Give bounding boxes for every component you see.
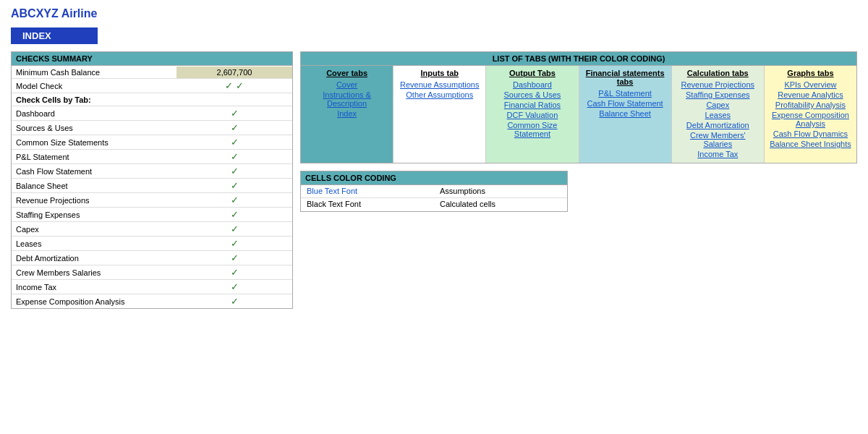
checks-row: P&L Statement✓ [12,150,292,164]
checks-row-checkmark: ✓ [176,193,292,207]
tab-col-output: Output TabsDashboardSources & UsesFinanc… [486,66,579,163]
tab-link[interactable]: Financial Ratios [490,101,574,109]
checks-row: Income Tax✓ [12,280,292,294]
checks-row-checkmark: ✓ [176,179,292,192]
checks-row-value: 2,607,700 [176,67,292,78]
checks-row-checkmark: ✓ [176,208,292,221]
right-panel: LIST OF TABS (WITH THEIR COLOR CODING) C… [300,51,857,212]
tab-col-header-calculation: Calculation tabs [676,69,760,77]
checks-row-label: Common Size Statements [12,137,176,148]
tab-link[interactable]: Debt Amortization [676,121,760,129]
checks-row: Balance Sheet✓ [12,179,292,193]
color-coding-font-label: Black Text Font [301,198,434,211]
checks-row-label: Staffing Expenses [12,209,176,221]
checks-row-label: Dashboard [12,108,176,119]
checks-row-label: Sources & Uses [12,122,176,134]
checks-row-checkmark: ✓ [176,251,292,265]
checks-row: Cash Flow Statement✓ [12,164,292,179]
color-coding-font-type: Calculated cells [434,198,567,211]
tab-col-header-inputs: Inputs tab [398,69,481,77]
checks-row-label: Balance Sheet [12,180,176,192]
tab-link[interactable]: Profitability Analysis [769,101,852,109]
color-coding-font-type: Assumptions [434,185,567,197]
checks-row: Leases✓ [12,237,292,251]
checks-row: Expense Composition Analysis✓ [12,294,292,308]
checks-row: Check Cells by Tab: [12,93,292,106]
tab-col-header-financial: Financial statements tabs [584,69,667,86]
tab-link[interactable]: Revenue Assumptions [398,80,481,89]
checks-row-checkmark: ✓ [176,265,292,279]
tab-link[interactable]: Balance Sheet Insights [769,140,852,148]
tab-link[interactable]: KPIs Overview [769,80,852,89]
tab-link[interactable]: Income Tax [676,150,760,158]
tabs-columns: Cover tabsCoverInstructions & Descriptio… [301,66,856,163]
tab-link[interactable]: Index [305,109,388,118]
checks-row-label: Capex [12,224,176,235]
checks-row: Debt Amortization✓ [12,251,292,265]
checks-row-checkmark: ✓ [176,121,292,135]
color-coding-container: CELLS COLOR CODING Blue Text FontAssumpt… [300,171,568,212]
tab-link[interactable]: Other Assumptions [398,90,481,99]
checks-row-checkmark: ✓ [176,150,292,163]
color-coding-row: Black Text FontCalculated cells [301,198,567,211]
tab-col-graphs: Graphs tabsKPIs OverviewRevenue Analytic… [765,66,856,163]
checks-row-checkmark: ✓ ✓ [176,79,292,93]
checks-row-label: Revenue Projections [12,195,176,206]
checks-row: Model Check✓ ✓ [12,79,292,93]
tab-link[interactable]: P&L Statement [584,89,667,98]
checks-row-checkmark: ✓ [176,164,292,178]
checks-row-checkmark: ✓ [176,106,292,120]
tab-link[interactable]: Sources & Uses [490,90,574,99]
checks-row: Dashboard✓ [12,106,292,121]
tab-link[interactable]: Staffing Expenses [676,90,760,99]
checks-row-checkmark: ✓ [176,294,292,308]
tab-link[interactable]: Leases [676,111,760,119]
tab-col-header-cover: Cover tabs [305,69,388,77]
checks-row: Crew Members Salaries✓ [12,265,292,280]
checks-row: Capex✓ [12,222,292,237]
tab-link[interactable]: Cash Flow Statement [584,99,667,108]
tab-link[interactable]: Expense Composition Analysis [769,111,852,128]
tab-col-financial: Financial statements tabsP&L StatementCa… [579,66,672,163]
checks-row-label: Income Tax [12,281,176,293]
checks-row-label: Model Check [12,80,176,92]
checks-row-label: Crew Members Salaries [12,267,176,278]
tab-link[interactable]: Revenue Analytics [769,90,852,99]
color-coding-font-label: Blue Text Font [301,185,434,197]
checks-row: Minimum Cash Balance2,607,700 [12,66,292,79]
checks-rows: Minimum Cash Balance2,607,700Model Check… [12,66,292,308]
checks-summary-panel: CHECKS SUMMARY Minimum Cash Balance2,607… [11,51,293,309]
checks-row-checkmark: ✓ [176,280,292,294]
checks-row-checkmark: ✓ [176,237,292,250]
color-coding-rows: Blue Text FontAssumptionsBlack Text Font… [301,185,567,211]
checks-row-label: Expense Composition Analysis [12,296,176,307]
checks-row: Revenue Projections✓ [12,193,292,208]
tab-col-header-graphs: Graphs tabs [769,69,852,77]
color-coding-header: CELLS COLOR CODING [301,171,567,185]
tab-link[interactable]: DCF Valuation [490,111,574,119]
tab-link[interactable]: Revenue Projections [676,80,760,89]
tab-link[interactable]: Capex [676,101,760,109]
checks-row-checkmark: ✓ [176,222,292,236]
tab-col-inputs: Inputs tabRevenue AssumptionsOther Assum… [393,66,486,163]
index-badge: INDEX [11,27,98,44]
tabs-list-container: LIST OF TABS (WITH THEIR COLOR CODING) C… [300,51,857,163]
tab-link[interactable]: Instructions & Description [305,90,388,108]
app-title: ABCXYZ Airline [11,7,857,20]
tab-col-header-output: Output Tabs [490,69,574,77]
tab-link[interactable]: Common Size Statement [490,121,574,138]
checks-row: Sources & Uses✓ [12,121,292,135]
tab-link[interactable]: Cash Flow Dynamics [769,129,852,138]
checks-row: Staffing Expenses✓ [12,208,292,222]
tabs-list-header: LIST OF TABS (WITH THEIR COLOR CODING) [301,52,856,66]
checks-row-label: Check Cells by Tab: [12,94,176,106]
tab-link[interactable]: Dashboard [490,80,574,89]
tab-col-cover: Cover tabsCoverInstructions & Descriptio… [301,66,393,163]
checks-row-label: Cash Flow Statement [12,166,176,177]
tab-link[interactable]: Crew Members' Salaries [676,131,760,148]
tab-col-calculation: Calculation tabsRevenue ProjectionsStaff… [672,66,765,163]
checks-row-label: Debt Amortization [12,252,176,264]
checks-row-label: Leases [12,238,176,250]
tab-link[interactable]: Cover [305,80,388,89]
tab-link[interactable]: Balance Sheet [584,109,667,118]
